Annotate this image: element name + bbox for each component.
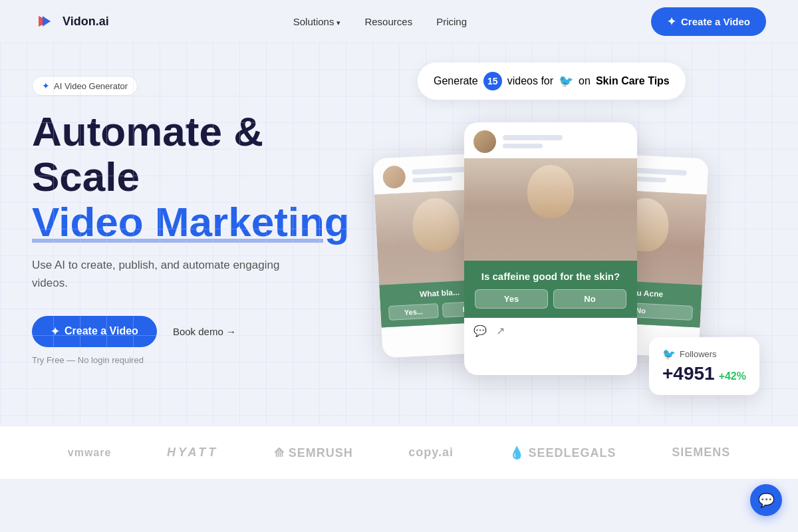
followers-label: Followers: [680, 349, 717, 359]
poll-overlay-main: Is caffeine good for the skin? Yes No: [464, 261, 637, 319]
poll-question-main: Is caffeine good for the skin?: [475, 270, 626, 283]
avatar-left: [382, 165, 406, 189]
logos-strip: vmware HYATT ⟰ SEMRUSH copy.ai 💧 SEEDLEG…: [0, 426, 798, 479]
nav-pricing[interactable]: Pricing: [436, 16, 467, 27]
comment-icon: 💬: [473, 325, 487, 338]
nav-solutions[interactable]: Solutions: [293, 16, 341, 27]
phone-main-header: [464, 122, 637, 158]
followers-card: 🐦 Followers +4951 +42%: [649, 337, 759, 395]
logo-vmware: vmware: [68, 447, 112, 459]
nav-links: Solutions Resources Pricing: [293, 16, 467, 27]
logo-copyai: copy.ai: [408, 446, 454, 460]
nav-create-video-button[interactable]: ✦ Create a Video: [651, 7, 766, 36]
chat-bubble-button[interactable]: 💬: [750, 484, 782, 516]
logo-text: Vidon.ai: [63, 15, 109, 29]
poll-yes-main: Yes: [475, 289, 548, 309]
name-lines-main: [503, 135, 563, 148]
hero-subtitle: Use AI to create, publish, and automate …: [32, 256, 318, 292]
phones-area: What bla... Yes... No: [378, 102, 766, 426]
name-lines-left: [412, 166, 472, 183]
solutions-chevron-icon: [336, 16, 340, 27]
hero-left: ✦ AI Video Generator Automate & Scale Vi…: [32, 63, 378, 365]
generate-suffix: videos for: [507, 75, 553, 87]
video-main: Is caffeine good for the skin? Yes No: [464, 158, 637, 318]
share-icon: ↗: [496, 325, 509, 338]
hero-right: Generate 15 videos for 🐦 on Skin Care Ti…: [378, 63, 766, 426]
book-demo-button[interactable]: Book demo →: [173, 326, 236, 337]
chat-icon: 💬: [758, 492, 775, 508]
generate-pill: Generate 15 videos for 🐦 on Skin Care Ti…: [418, 63, 686, 100]
logo-semrush: ⟰ SEMRUSH: [274, 446, 353, 460]
twitter-icon: 🐦: [559, 74, 573, 88]
poll-buttons-main: Yes No: [475, 289, 626, 309]
hero-create-video-button[interactable]: ✦ Create a Video: [32, 316, 157, 347]
generate-topic: Skin Care Tips: [596, 75, 670, 87]
badge-star-icon: ✦: [42, 80, 50, 91]
poll-no-main: No: [553, 289, 626, 309]
logo-seedlegals: 💧 SEEDLEGALS: [509, 446, 616, 460]
followers-header: 🐦 Followers: [662, 348, 746, 360]
generate-on: on: [579, 75, 591, 87]
hero-title: Automate & Scale Video Marketing: [32, 109, 378, 245]
sparkle-icon: ✦: [667, 15, 676, 28]
phone-main-actions: 💬 ↗: [464, 318, 637, 344]
logo-siemens: SIEMENS: [672, 446, 730, 460]
generate-prefix: Generate: [434, 75, 478, 87]
navigation: Vidon.ai Solutions Resources Pricing ✦ C…: [0, 0, 798, 43]
logo[interactable]: Vidon.ai: [32, 9, 109, 33]
sparkle-icon-2: ✦: [51, 325, 59, 338]
ai-badge: ✦ AI Video Generator: [32, 76, 138, 96]
hero-section: ✦ AI Video Generator Automate & Scale Vi…: [0, 43, 798, 426]
avatar-main: [473, 130, 496, 153]
try-free-label: Try Free — No login required: [32, 355, 378, 365]
followers-percent: +42%: [719, 370, 746, 382]
nav-resources[interactable]: Resources: [364, 16, 412, 27]
twitter-followers-icon: 🐦: [662, 348, 676, 360]
hero-actions: ✦ Create a Video Book demo →: [32, 316, 378, 347]
phone-main: Is caffeine good for the skin? Yes No 💬 …: [464, 122, 637, 375]
followers-number: +4951 +42%: [662, 363, 746, 384]
poll-yes-left: Yes...: [388, 303, 439, 321]
logo-hyatt: HYATT: [167, 446, 218, 460]
generate-number: 15: [483, 72, 502, 90]
